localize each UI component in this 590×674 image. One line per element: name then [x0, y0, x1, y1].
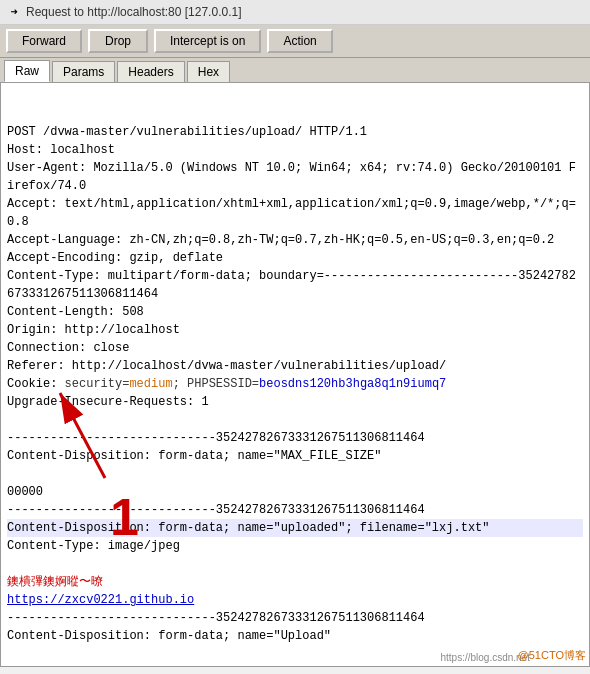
content-line: [7, 555, 583, 573]
content-line: Content-Length: 508: [7, 303, 583, 321]
content-line: Upgrade-Insecure-Requests: 1: [7, 393, 583, 411]
content-line: Content-Disposition: form-data; name="Up…: [7, 627, 583, 645]
content-line: -----------------------------35242782673…: [7, 429, 583, 447]
tab-headers[interactable]: Headers: [117, 61, 184, 82]
content-line: Referer: http://localhost/dvwa-master/vu…: [7, 357, 583, 375]
content-line: Content-Disposition: form-data; name="up…: [7, 519, 583, 537]
content-line: -----------------------------35242782673…: [7, 501, 583, 519]
arrow-icon: ➜: [6, 4, 22, 20]
content-line: https://zxcv0221.github.io: [7, 591, 583, 609]
tab-bar: Raw Params Headers Hex: [0, 58, 590, 83]
intercept-button[interactable]: Intercept is on: [154, 29, 261, 53]
drop-button[interactable]: Drop: [88, 29, 148, 53]
watermark1: https://blog.csdn.net: [440, 652, 530, 663]
watermark2: @51CTO博客: [518, 648, 586, 663]
content-line: Content-Type: image/jpeg: [7, 537, 583, 555]
content-line: Accept: text/html,application/xhtml+xml,…: [7, 195, 583, 231]
content-line: Upload: [7, 663, 583, 667]
action-button[interactable]: Action: [267, 29, 332, 53]
content-line: Content-Type: multipart/form-data; bound…: [7, 267, 583, 303]
content-line: Accept-Encoding: gzip, deflate: [7, 249, 583, 267]
content-wrapper: POST /dvwa-master/vulnerabilities/upload…: [0, 83, 590, 667]
content-area[interactable]: POST /dvwa-master/vulnerabilities/upload…: [0, 83, 590, 667]
content-line: User-Agent: Mozilla/5.0 (Windows NT 10.0…: [7, 159, 583, 195]
content-line: Content-Disposition: form-data; name="MA…: [7, 447, 583, 465]
content-line: [7, 411, 583, 429]
content-line: 00000: [7, 483, 583, 501]
tab-raw[interactable]: Raw: [4, 60, 50, 82]
content-line: [7, 465, 583, 483]
top-bar-text: Request to http://localhost:80 [127.0.0.…: [26, 5, 241, 19]
content-line: Accept-Language: zh-CN,zh;q=0.8,zh-TW;q=…: [7, 231, 583, 249]
content-line: Cookie: security=medium; PHPSESSID=beosd…: [7, 375, 583, 393]
tab-hex[interactable]: Hex: [187, 61, 230, 82]
top-bar: ➜ Request to http://localhost:80 [127.0.…: [0, 0, 590, 25]
content-line: -----------------------------35242782673…: [7, 609, 583, 627]
content-line: POST /dvwa-master/vulnerabilities/upload…: [7, 123, 583, 141]
tab-params[interactable]: Params: [52, 61, 115, 82]
toolbar: Forward Drop Intercept is on Action: [0, 25, 590, 58]
content-line: 鐭樻彃鐭婀暰〜暸: [7, 573, 583, 591]
content-line: Connection: close: [7, 339, 583, 357]
content-line: Host: localhost: [7, 141, 583, 159]
content-line: Origin: http://localhost: [7, 321, 583, 339]
forward-button[interactable]: Forward: [6, 29, 82, 53]
